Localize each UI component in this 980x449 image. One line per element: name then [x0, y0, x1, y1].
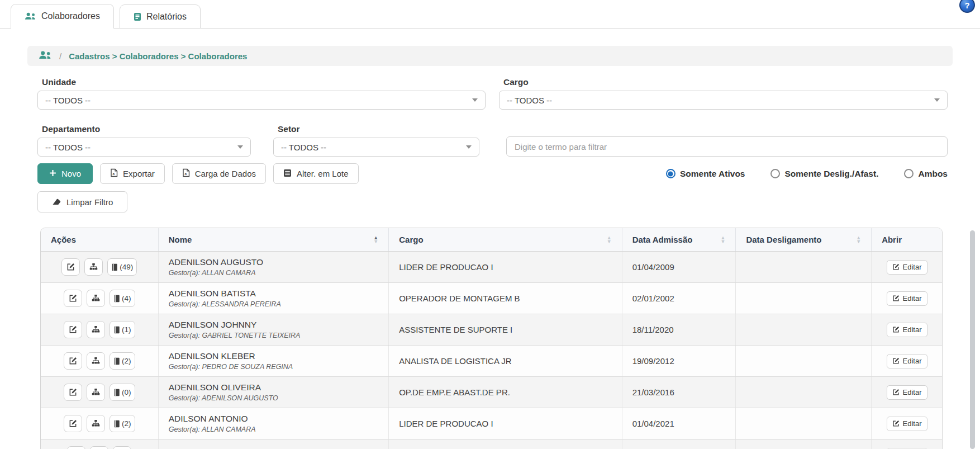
- tab-label: Colaboradores: [41, 11, 100, 21]
- filter-setor: Setor -- TODOS --: [273, 124, 479, 157]
- cell-desligamento: [735, 252, 871, 282]
- cell-desligamento: [735, 314, 871, 345]
- employee-manager: Gestor(a): ADENILSON AUGUSTO: [169, 394, 278, 402]
- cell-desligamento: [735, 408, 871, 439]
- employee-name: ADENILSON JOHNNY: [169, 320, 257, 330]
- radio-icon: [770, 169, 780, 178]
- table-row: ADILSON FRANK Editar: [41, 439, 942, 449]
- cell-admissao: [622, 439, 736, 449]
- edit-inline-button[interactable]: [64, 415, 82, 432]
- count-badge: (2): [122, 357, 131, 365]
- column-header-nome[interactable]: Nome ▲▼: [158, 228, 388, 251]
- filter-term-input[interactable]: [506, 136, 948, 157]
- unidade-select-value: -- TODOS --: [45, 96, 91, 105]
- table-row: (0) ADENILSON OLIVEIRA Gestor(a): ADENIL…: [41, 377, 942, 408]
- employee-name: ADILSON ANTONIO: [169, 414, 248, 424]
- orgchart-button[interactable]: [87, 415, 105, 432]
- edit-inline-button[interactable]: [67, 446, 85, 449]
- count-badge: (4): [122, 294, 131, 303]
- list-icon: [283, 169, 292, 179]
- history-count-button[interactable]: (0): [110, 384, 135, 401]
- edit-inline-button[interactable]: [64, 352, 82, 370]
- table-body: (49) ADENILSON AUGUSTO Gestor(a): ALLAN …: [41, 252, 942, 449]
- row-actions-cell: (0): [41, 377, 158, 408]
- cell-admissao: 01/04/2021: [622, 408, 736, 439]
- edit-inline-button[interactable]: [64, 321, 82, 338]
- alterar-em-lote-button[interactable]: Alter. em Lote: [273, 163, 359, 184]
- orgchart-button[interactable]: [87, 321, 105, 338]
- history-count-button[interactable]: (2): [110, 415, 135, 432]
- departamento-select[interactable]: -- TODOS --: [37, 138, 251, 157]
- radio-somente-ativos[interactable]: Somente Ativos: [666, 169, 745, 179]
- history-count-button[interactable]: [113, 446, 131, 449]
- history-count-button[interactable]: (2): [110, 352, 135, 370]
- history-count-button[interactable]: (49): [107, 258, 137, 276]
- editar-button[interactable]: Editar: [887, 260, 927, 275]
- row-abrir-cell: Editar: [871, 439, 942, 449]
- users-icon: [39, 51, 52, 62]
- employee-manager: Gestor(a): PEDRO DE SOUZA REGINA: [169, 363, 293, 371]
- exportar-label: Exportar: [123, 169, 155, 178]
- employee-manager: Gestor(a): GABRIEL TONETTE TEIXEIRA: [169, 332, 301, 339]
- cargo-label: Cargo: [503, 77, 948, 87]
- column-label: Cargo: [399, 235, 423, 244]
- editar-button[interactable]: Editar: [887, 354, 927, 368]
- exportar-button[interactable]: x Exportar: [100, 163, 165, 184]
- tab-colaboradores[interactable]: Colaboradores: [11, 4, 114, 29]
- editar-button[interactable]: Editar: [887, 291, 927, 306]
- history-count-button[interactable]: (4): [110, 290, 135, 307]
- edit-inline-button[interactable]: [64, 384, 82, 401]
- editar-button[interactable]: Editar: [887, 417, 927, 431]
- orgchart-button[interactable]: [87, 352, 105, 370]
- editar-button[interactable]: Editar: [887, 323, 927, 337]
- orgchart-button[interactable]: [87, 384, 105, 401]
- orgchart-button[interactable]: [84, 258, 103, 276]
- cargo-select[interactable]: -- TODOS --: [499, 91, 948, 110]
- row-actions-cell: (1): [41, 314, 158, 345]
- table-row: (2) ADILSON ANTONIO Gestor(a): ALLAN CAM…: [41, 408, 942, 439]
- vertical-scrollbar[interactable]: [970, 230, 975, 449]
- novo-label: Novo: [61, 169, 81, 178]
- row-abrir-cell: Editar: [871, 252, 942, 282]
- column-label: Data Desligamento: [746, 235, 821, 244]
- cell-cargo: LIDER DE PRODUCAO I: [388, 252, 621, 282]
- departamento-select-value: -- TODOS --: [45, 143, 91, 152]
- radio-somente-deslig[interactable]: Somente Deslig./Afast.: [770, 169, 878, 179]
- setor-select[interactable]: -- TODOS --: [273, 138, 479, 157]
- radio-ambos[interactable]: Ambos: [904, 169, 948, 179]
- orgchart-button[interactable]: [87, 290, 105, 307]
- excel-file-icon: x: [182, 168, 190, 179]
- table-row: (2) ADENILSON KLEBER Gestor(a): PEDRO DE…: [41, 346, 942, 377]
- cell-cargo: OP.DE EMP.E ABAST.DE PR.: [388, 377, 621, 408]
- row-actions-cell: (2): [41, 408, 158, 439]
- row-name-cell: ADENILSON JOHNNY Gestor(a): GABRIEL TONE…: [158, 314, 388, 345]
- carga-dados-button[interactable]: x Carga de Dados: [172, 163, 266, 184]
- eraser-icon: [52, 197, 61, 207]
- cell-admissao: 01/04/2009: [622, 252, 736, 282]
- cell-admissao: 02/01/2002: [622, 283, 736, 314]
- column-header-data-admissao[interactable]: Data Admissão ▲▼: [622, 228, 736, 251]
- column-header-cargo[interactable]: Cargo ▲▼: [388, 228, 621, 251]
- employee-manager: Gestor(a): ALESSANDRA PEREIRA: [169, 300, 281, 308]
- column-label: Abrir: [882, 235, 902, 244]
- cargo-select-value: -- TODOS --: [507, 96, 552, 105]
- count-badge: (0): [122, 388, 131, 396]
- row-abrir-cell: Editar: [871, 314, 942, 345]
- edit-inline-button[interactable]: [64, 290, 82, 307]
- tab-relatorios[interactable]: Relatórios: [120, 4, 201, 28]
- limpar-filtro-button[interactable]: Limpar Filtro: [37, 191, 127, 212]
- orgchart-button[interactable]: [90, 446, 108, 449]
- alterar-em-lote-label: Alter. em Lote: [297, 169, 349, 178]
- column-header-data-desligamento[interactable]: Data Desligamento ▲▼: [735, 228, 871, 251]
- novo-button[interactable]: Novo: [37, 163, 93, 184]
- report-icon: [134, 12, 141, 21]
- employee-name: ADENILSON OLIVEIRA: [169, 382, 261, 393]
- history-count-button[interactable]: (1): [110, 321, 135, 338]
- unidade-select[interactable]: -- TODOS --: [37, 91, 486, 110]
- row-actions-cell: (4): [41, 283, 158, 314]
- edit-inline-button[interactable]: [61, 258, 80, 276]
- editar-button[interactable]: Editar: [887, 385, 927, 400]
- cell-cargo: ASSISTENTE DE SUPORTE I: [388, 314, 621, 345]
- status-filter-group: Somente Ativos Somente Deslig./Afast. Am…: [666, 169, 948, 179]
- employee-name: ADENILSON BATISTA: [169, 289, 256, 299]
